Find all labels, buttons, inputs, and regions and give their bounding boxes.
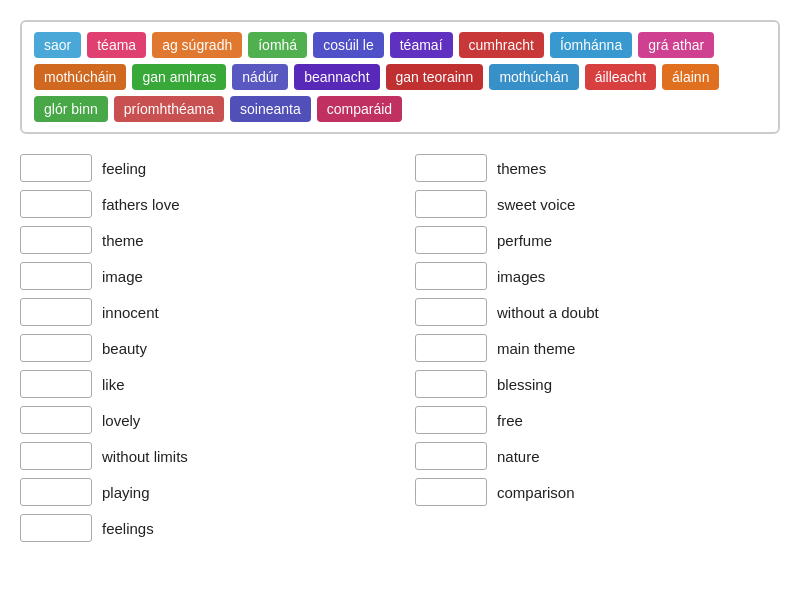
match-label-r9: nature xyxy=(497,448,540,465)
word-chip-teama[interactable]: téama xyxy=(87,32,146,58)
match-label-l2: fathers love xyxy=(102,196,180,213)
word-chip-saor[interactable]: saor xyxy=(34,32,81,58)
word-chip-soineanta[interactable]: soineanta xyxy=(230,96,311,122)
match-label-r2: sweet voice xyxy=(497,196,575,213)
word-chip-ailleacht[interactable]: áilleacht xyxy=(585,64,656,90)
match-row-l11: feelings xyxy=(20,514,385,542)
match-row-l7: like xyxy=(20,370,385,398)
match-row-l4: image xyxy=(20,262,385,290)
match-row-r4: images xyxy=(415,262,780,290)
answer-box-r9[interactable] xyxy=(415,442,487,470)
answer-box-l10[interactable] xyxy=(20,478,92,506)
match-label-r7: blessing xyxy=(497,376,552,393)
answer-box-l7[interactable] xyxy=(20,370,92,398)
match-row-l1: feeling xyxy=(20,154,385,182)
answer-box-r4[interactable] xyxy=(415,262,487,290)
word-chip-mothuchan[interactable]: mothúchán xyxy=(489,64,578,90)
left-column: feelingfathers lovethemeimageinnocentbea… xyxy=(20,154,385,542)
word-chip-teamai[interactable]: téamaí xyxy=(390,32,453,58)
match-label-l6: beauty xyxy=(102,340,147,357)
word-chip-glor_binn[interactable]: glór binn xyxy=(34,96,108,122)
match-row-r7: blessing xyxy=(415,370,780,398)
answer-box-r1[interactable] xyxy=(415,154,487,182)
answer-box-l5[interactable] xyxy=(20,298,92,326)
answer-box-r7[interactable] xyxy=(415,370,487,398)
answer-box-r2[interactable] xyxy=(415,190,487,218)
word-chip-priomhtheama[interactable]: príomhthéama xyxy=(114,96,224,122)
match-row-l2: fathers love xyxy=(20,190,385,218)
match-label-r8: free xyxy=(497,412,523,429)
word-chip-alainn[interactable]: álainn xyxy=(662,64,719,90)
match-label-l1: feeling xyxy=(102,160,146,177)
match-label-l3: theme xyxy=(102,232,144,249)
match-row-l8: lovely xyxy=(20,406,385,434)
word-chip-iomhanna[interactable]: Íomhánna xyxy=(550,32,632,58)
answer-box-l8[interactable] xyxy=(20,406,92,434)
answer-box-l2[interactable] xyxy=(20,190,92,218)
match-row-r10: comparison xyxy=(415,478,780,506)
match-row-r9: nature xyxy=(415,442,780,470)
word-chip-comparaid[interactable]: comparáid xyxy=(317,96,402,122)
match-label-r1: themes xyxy=(497,160,546,177)
answer-box-l9[interactable] xyxy=(20,442,92,470)
match-label-l10: playing xyxy=(102,484,150,501)
answer-box-l1[interactable] xyxy=(20,154,92,182)
answer-box-l4[interactable] xyxy=(20,262,92,290)
match-row-r8: free xyxy=(415,406,780,434)
match-row-r2: sweet voice xyxy=(415,190,780,218)
word-chip-ag_sugradh[interactable]: ag súgradh xyxy=(152,32,242,58)
match-row-r6: main theme xyxy=(415,334,780,362)
match-row-r1: themes xyxy=(415,154,780,182)
match-row-l6: beauty xyxy=(20,334,385,362)
answer-box-r3[interactable] xyxy=(415,226,487,254)
word-bank: saortéamaag súgradhíomhácosúil letéamaíc… xyxy=(20,20,780,134)
word-chip-gan_teorainn[interactable]: gan teorainn xyxy=(386,64,484,90)
match-label-l5: innocent xyxy=(102,304,159,321)
match-label-l11: feelings xyxy=(102,520,154,537)
match-label-l7: like xyxy=(102,376,125,393)
answer-box-r5[interactable] xyxy=(415,298,487,326)
match-row-r3: perfume xyxy=(415,226,780,254)
word-chip-iomha[interactable]: íomhá xyxy=(248,32,307,58)
word-chip-nadur[interactable]: nádúr xyxy=(232,64,288,90)
word-chip-beannacht[interactable]: beannacht xyxy=(294,64,379,90)
matching-area: feelingfathers lovethemeimageinnocentbea… xyxy=(20,154,780,542)
word-chip-cosuil_le[interactable]: cosúil le xyxy=(313,32,384,58)
match-label-l8: lovely xyxy=(102,412,140,429)
match-label-r10: comparison xyxy=(497,484,575,501)
answer-box-l6[interactable] xyxy=(20,334,92,362)
answer-box-r6[interactable] xyxy=(415,334,487,362)
answer-box-r10[interactable] xyxy=(415,478,487,506)
match-label-r5: without a doubt xyxy=(497,304,599,321)
match-row-l9: without limits xyxy=(20,442,385,470)
answer-box-r8[interactable] xyxy=(415,406,487,434)
match-label-r4: images xyxy=(497,268,545,285)
match-label-r6: main theme xyxy=(497,340,575,357)
right-column: themessweet voiceperfumeimageswithout a … xyxy=(415,154,780,542)
word-chip-gra_athar[interactable]: grá athar xyxy=(638,32,714,58)
word-chip-mothuchai_n[interactable]: mothúcháin xyxy=(34,64,126,90)
match-row-l10: playing xyxy=(20,478,385,506)
match-row-l3: theme xyxy=(20,226,385,254)
match-label-r3: perfume xyxy=(497,232,552,249)
answer-box-l3[interactable] xyxy=(20,226,92,254)
word-chip-cumhracht[interactable]: cumhracht xyxy=(459,32,544,58)
match-row-r5: without a doubt xyxy=(415,298,780,326)
word-chip-gan_amhras[interactable]: gan amhras xyxy=(132,64,226,90)
match-label-l4: image xyxy=(102,268,143,285)
answer-box-l11[interactable] xyxy=(20,514,92,542)
match-label-l9: without limits xyxy=(102,448,188,465)
match-row-l5: innocent xyxy=(20,298,385,326)
